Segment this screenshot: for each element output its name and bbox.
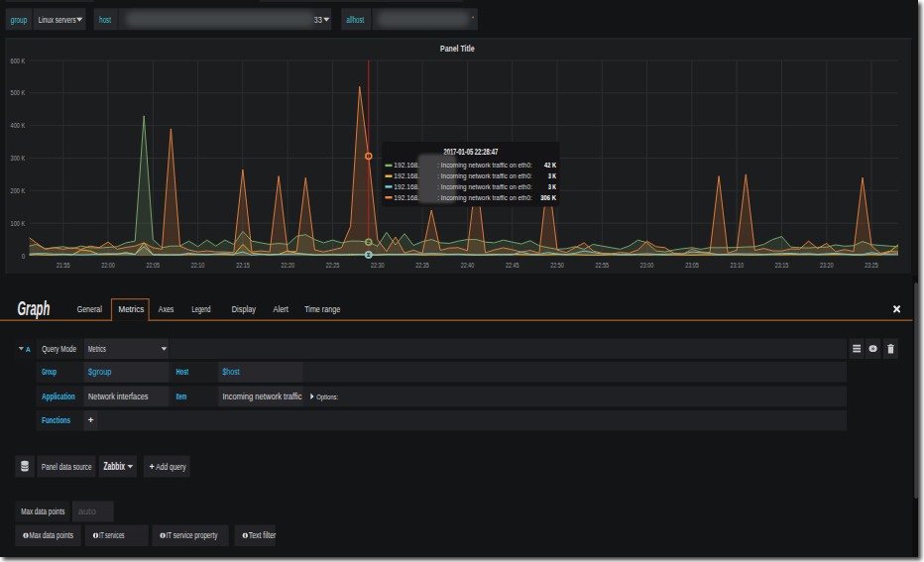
svg-text:22:45: 22:45 [506,261,520,270]
svg-text:host: host [99,15,111,25]
svg-text:23:15: 23:15 [775,261,789,270]
svg-text:group: group [11,15,28,25]
svg-text:: Incoming network traffic on: : Incoming network traffic on eth0: [437,193,531,202]
svg-text:23:00: 23:00 [640,261,654,270]
svg-text:192.168.: 192.168. [394,182,419,191]
svg-text:400 K: 400 K [11,121,26,130]
svg-text:: Incoming network traffic on: : Incoming network traffic on eth0: [437,171,531,180]
svg-text:3 K: 3 K [548,182,556,191]
svg-text:22:00: 22:00 [101,261,115,270]
svg-text:Group: Group [42,367,57,377]
svg-text:Time range: Time range [304,304,340,314]
svg-text:auto: auto [78,506,96,516]
svg-text:Panel data source: Panel data source [42,462,92,472]
svg-text:Text filter: Text filter [249,530,277,540]
svg-text:0: 0 [22,252,25,261]
svg-text:+: + [88,414,94,425]
svg-text:23:25: 23:25 [865,261,878,270]
svg-text:22:05: 22:05 [147,261,161,270]
svg-text:Max data points: Max data points [30,530,73,540]
svg-text:Incoming network traffic: Incoming network traffic [222,392,302,401]
svg-text:Host: Host [176,367,189,377]
svg-text:600 K: 600 K [11,56,26,65]
svg-text:+: + [150,462,155,472]
svg-text:22:50: 22:50 [550,261,564,270]
svg-text:22:40: 22:40 [461,261,475,270]
svg-text:33: 33 [314,15,323,25]
svg-text:Functions: Functions [42,415,70,425]
svg-text:Metrics: Metrics [119,304,145,314]
svg-text:Graph: Graph [17,296,50,319]
svg-text:Query Mode: Query Mode [42,344,76,354]
svg-text:: Incoming network traffic on: : Incoming network traffic on eth0: [437,182,531,191]
svg-text:IT services: IT services [99,530,125,540]
svg-text:IT service property: IT service property [167,530,218,540]
svg-text:23:20: 23:20 [820,261,834,270]
svg-text:: Incoming network traffic on: : Incoming network traffic on eth0: [437,161,531,169]
svg-text:Metrics: Metrics [88,344,106,354]
svg-text:500 K: 500 K [11,88,26,97]
svg-text:22:35: 22:35 [415,261,429,270]
svg-text:22:55: 22:55 [596,261,610,270]
svg-text:306 K: 306 K [540,193,556,202]
svg-text:Alert: Alert [274,304,289,314]
svg-text:A: A [26,345,31,354]
svg-text:100 K: 100 K [11,219,26,228]
svg-text:Item: Item [176,392,187,401]
svg-text:42 K: 42 K [544,161,556,169]
svg-text:192.168.: 192.168. [394,193,419,202]
svg-text:Linux servers: Linux servers [39,15,76,25]
svg-text:Legend: Legend [192,304,211,314]
svg-text:Add query: Add query [156,462,186,472]
svg-text:General: General [77,304,102,314]
svg-text:Zabbix: Zabbix [104,461,126,472]
svg-text:23:05: 23:05 [685,261,699,270]
svg-text:$group: $group [88,367,112,377]
svg-text:22:25: 22:25 [326,261,340,270]
svg-text:Panel Title: Panel Title [440,43,474,54]
svg-text:Axes: Axes [159,304,174,314]
svg-text:192.168.: 192.168. [394,161,419,169]
svg-text:Max data points: Max data points [21,506,64,516]
svg-text:22:10: 22:10 [191,261,205,270]
svg-text:Options:: Options: [316,393,338,401]
svg-text:23:10: 23:10 [730,261,744,270]
svg-text:3 K: 3 K [548,171,556,180]
svg-text:Display: Display [232,304,257,314]
svg-text:$host: $host [222,367,240,377]
svg-text:21:55: 21:55 [57,261,70,270]
svg-text:300 K: 300 K [11,154,26,163]
svg-text:200 K: 200 K [11,186,26,195]
svg-text:22:20: 22:20 [281,261,294,270]
svg-text:Application: Application [42,392,74,401]
svg-text:192.168.: 192.168. [394,171,419,180]
svg-text:Network interfaces: Network interfaces [88,392,148,401]
svg-text:22:30: 22:30 [371,261,385,270]
svg-text:22:15: 22:15 [236,261,250,270]
svg-text:allhost: allhost [347,15,365,25]
